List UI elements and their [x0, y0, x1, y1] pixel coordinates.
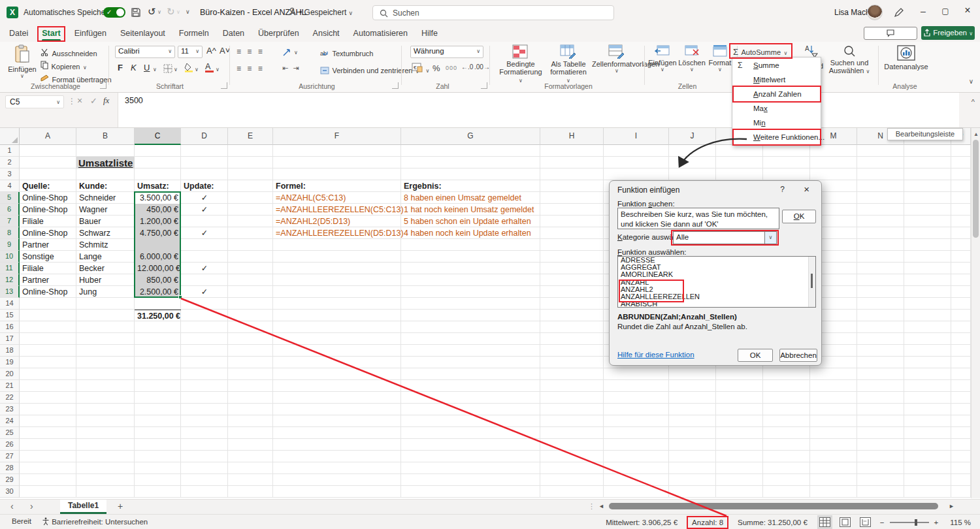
vertical-scrollbar[interactable]: ▲: [971, 128, 980, 498]
comments-button[interactable]: Kommentare: [864, 27, 917, 40]
row-header-1[interactable]: 1: [0, 145, 20, 157]
insert-cells-button[interactable]: Einfügen ∨: [648, 44, 677, 72]
row-header-10[interactable]: 10: [0, 251, 20, 263]
share-button[interactable]: Freigeben ∨: [921, 26, 975, 40]
cell-B2[interactable]: Umsatzliste: [76, 157, 135, 168]
alignment-dialog-launcher[interactable]: [392, 82, 399, 89]
cell-D4[interactable]: Update:: [181, 180, 228, 192]
decrease-decimal-button[interactable]: .00→: [474, 63, 490, 71]
ribbon-collapse-chevron-icon[interactable]: ∨: [969, 78, 973, 85]
tab-hilfe[interactable]: Hilfe: [420, 27, 439, 40]
status-summe[interactable]: Summe: 31.250,00 €: [735, 518, 810, 527]
column-header-F[interactable]: F: [273, 128, 401, 145]
cell-C8[interactable]: 4.750,00 €: [135, 227, 181, 239]
tab-automatisieren[interactable]: Automatisieren: [352, 27, 409, 40]
cell-A10[interactable]: Sonstige: [20, 251, 76, 263]
formula-input[interactable]: 3500: [118, 93, 959, 127]
wrap-text-button[interactable]: ab Textumbruch: [320, 47, 373, 59]
cell-C15[interactable]: 31.250,00 €: [135, 310, 181, 321]
row-header-29[interactable]: 29: [0, 474, 20, 486]
cell-G6[interactable]: 1 hat noch keinen Umsatz gemeldet: [401, 204, 540, 216]
shrink-font-button[interactable]: A˅: [220, 46, 230, 56]
underline-button[interactable]: U: [144, 63, 150, 72]
cell-styles-button[interactable]: Zellenformatvorlagen ∨: [592, 44, 642, 74]
fill-color-chevron-icon[interactable]: ∨: [195, 67, 199, 72]
column-header-E[interactable]: E: [228, 128, 273, 145]
cell-C7[interactable]: 1.200,00 €: [135, 216, 181, 227]
category-select[interactable]: Alle ∨: [673, 231, 777, 244]
insert-function-icon[interactable]: fx: [103, 95, 109, 106]
dialog-cancel-button[interactable]: Abbrechen: [779, 349, 817, 362]
horizontal-scroll-thumb[interactable]: [609, 503, 938, 509]
indent-buttons[interactable]: ⇤ ⇥: [282, 64, 301, 72]
function-list-scrollbar[interactable]: [808, 257, 815, 307]
menu-item-summe[interactable]: ΣSumme: [732, 58, 821, 72]
cell-A13[interactable]: Online-Shop: [20, 286, 76, 298]
cell-C12[interactable]: 850,00 €: [135, 274, 181, 286]
cell-B5[interactable]: Schneider: [76, 192, 135, 204]
clipboard-dialog-launcher[interactable]: [100, 82, 106, 89]
cell-B8[interactable]: Schwarz: [76, 227, 135, 239]
quick-access-chevron-icon[interactable]: ∨: [186, 8, 190, 15]
cell-G8[interactable]: 4 haben noch kein Update erhalten: [401, 227, 540, 239]
undo-icon[interactable]: ↺: [148, 6, 156, 18]
fill-color-button[interactable]: [184, 63, 194, 75]
increase-decimal-button[interactable]: ←.0: [461, 63, 473, 71]
cell-G5[interactable]: 8 haben einen Umsatz gemeldet: [401, 192, 540, 204]
menu-item-mittelwert[interactable]: Mittelwert: [732, 72, 821, 87]
cell-G7[interactable]: 5 haben schon ein Update erhalten: [401, 216, 540, 227]
view-page-layout-icon[interactable]: [840, 517, 851, 527]
zoom-out-icon[interactable]: −: [880, 519, 885, 526]
cell-C13[interactable]: 2.500,00 €: [135, 286, 181, 298]
cell-A11[interactable]: Filiale: [20, 263, 76, 274]
zoom-in-icon[interactable]: +: [934, 519, 939, 526]
status-anzahl[interactable]: Anzahl: 8: [689, 518, 726, 527]
font-color-chevron-icon[interactable]: ∨: [216, 67, 220, 72]
cell-B6[interactable]: Wagner: [76, 204, 135, 216]
row-header-18[interactable]: 18: [0, 345, 20, 357]
menu-item-min[interactable]: Min: [732, 116, 821, 130]
cell-A9[interactable]: Partner: [20, 239, 76, 251]
accounting-format-button[interactable]: € ∨: [412, 63, 429, 75]
bold-button[interactable]: F: [118, 63, 123, 72]
row-header-17[interactable]: 17: [0, 333, 20, 345]
column-header-J[interactable]: J: [669, 128, 716, 145]
formula-bar-expand-icon[interactable]: ^: [972, 98, 975, 106]
formula-enter-icon[interactable]: ✓: [90, 96, 97, 106]
row-header-4[interactable]: 4: [0, 180, 20, 192]
save-icon[interactable]: [131, 7, 141, 20]
vertical-scroll-thumb[interactable]: [973, 140, 979, 238]
row-header-23[interactable]: 23: [0, 404, 20, 415]
tab-seitenlayout[interactable]: Seitenlayout: [119, 27, 167, 40]
select-all-corner[interactable]: [0, 128, 20, 145]
font-size-combo[interactable]: 11∨: [178, 46, 203, 58]
cell-D13[interactable]: ✓: [181, 286, 228, 298]
row-header-6[interactable]: 6: [0, 204, 20, 216]
minimize-button[interactable]: –: [913, 3, 933, 21]
sheet-nav-prev-icon[interactable]: ‹: [10, 501, 14, 511]
paste-button[interactable]: Einfügen ∨: [8, 44, 37, 79]
sheet-nav-next-icon[interactable]: ›: [30, 501, 33, 511]
sheet-tab-tabelle1[interactable]: Tabelle1: [60, 500, 106, 514]
row-header-13[interactable]: 13: [0, 286, 20, 298]
row-header-8[interactable]: 8: [0, 227, 20, 239]
row-header-19[interactable]: 19: [0, 357, 20, 368]
view-page-break-icon[interactable]: [860, 517, 871, 527]
function-listbox[interactable]: ADRESSEAGGREGATAMORLINEARKANZAHLANZAHL2A…: [617, 256, 816, 308]
tab-einfügen[interactable]: Einfügen: [73, 27, 108, 40]
cell-F5[interactable]: =ANZAHL(C5:C13): [273, 192, 401, 204]
column-header-D[interactable]: D: [181, 128, 228, 145]
formula-cancel-icon[interactable]: ×: [77, 95, 82, 106]
orientation-button[interactable]: [282, 47, 292, 59]
row-header-14[interactable]: 14: [0, 298, 20, 310]
format-cells-button[interactable]: Format ∨: [707, 44, 733, 72]
cell-D5[interactable]: ✓: [181, 192, 228, 204]
cell-A4[interactable]: Quelle:: [20, 180, 76, 192]
comma-style-button[interactable]: 000: [446, 65, 457, 71]
scroll-right-icon[interactable]: ►: [949, 503, 955, 509]
dialog-help-icon[interactable]: ?: [780, 185, 785, 194]
cell-D11[interactable]: ✓: [181, 263, 228, 274]
row-header-3[interactable]: 3: [0, 168, 20, 180]
cell-A7[interactable]: Filiale: [20, 216, 76, 227]
row-header-25[interactable]: 25: [0, 427, 20, 439]
